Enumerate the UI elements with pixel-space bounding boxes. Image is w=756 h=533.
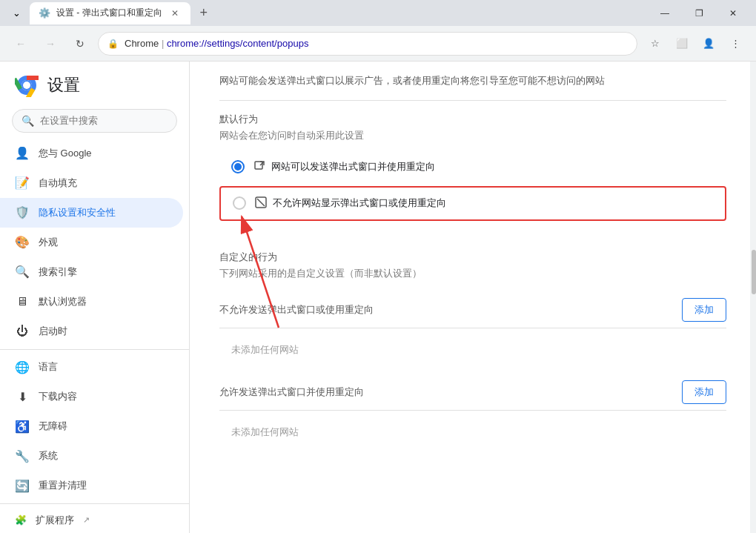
sidebar-divider <box>0 349 189 350</box>
custom-desc: 下列网站采用的是自定义设置（而非默认设置） <box>219 267 726 280</box>
nav-group-2: 🌐 语言 ⬇ 下载内容 ♿ 无障碍 🔧 系统 🔄 重置并清理 <box>0 352 189 500</box>
sidebar-divider-2 <box>0 503 189 504</box>
sidebar-item-google[interactable]: 👤 您与 Google <box>0 139 183 168</box>
url-text: Chrome | chrome://settings/content/popup… <box>125 38 308 49</box>
window-controls: — ❐ ✕ <box>648 0 750 26</box>
sidebar-item-label: 重置并清理 <box>39 479 87 492</box>
sidebar-item-extensions[interactable]: 🧩 扩展程序 ↗ <box>0 507 189 533</box>
search-nav-icon: 🔍 <box>15 265 30 279</box>
autofill-icon: 📝 <box>15 176 30 190</box>
sidebar-item-label: 启动时 <box>39 325 67 338</box>
sidebar-item-browser[interactable]: 🖥 默认浏览器 <box>0 287 183 317</box>
block-empty-message: 未添加任何网站 <box>219 334 726 362</box>
allow-subsection-header: 允许发送弹出式窗口并使用重定向 添加 <box>219 374 726 411</box>
allow-icon <box>253 160 265 174</box>
content-inner: 网站可能会发送弹出式窗口以展示广告，或者使用重定向将您引导至您可能不想访问的网站… <box>190 62 756 486</box>
tab-list-button[interactable]: ⌄ <box>6 3 27 24</box>
search-bar[interactable]: 🔍 <box>12 109 177 133</box>
allow-option[interactable]: 网站可以发送弹出式窗口并使用重定向 <box>219 151 726 183</box>
sidebar-item-appearance[interactable]: 🎨 外观 <box>0 228 183 257</box>
block-icon <box>255 196 267 211</box>
block-radio[interactable] <box>233 196 246 210</box>
chrome-logo <box>15 73 39 97</box>
downloads-icon: ⬇ <box>15 390 30 404</box>
default-section-desc: 网站会在您访问时自动采用此设置 <box>219 129 726 151</box>
block-label: 不允许网站显示弹出式窗口或使用重定向 <box>273 196 446 210</box>
chevron-down-icon: ⌄ <box>13 7 21 19</box>
sidebar-item-label: 默认浏览器 <box>39 295 87 308</box>
allow-subsection-title: 允许发送弹出式窗口并使用重定向 <box>219 385 364 399</box>
allow-add-button[interactable]: 添加 <box>682 380 726 404</box>
sidebar: 设置 🔍 👤 您与 Google 📝 自动填充 🛡️ 隐私设置和安全性 🎨 外观 <box>0 62 190 533</box>
allow-option-content: 网站可以发送弹出式窗口并使用重定向 <box>253 160 435 174</box>
tab-title: 设置 - 弹出式窗口和重定向 <box>56 7 162 19</box>
sidebar-extensions-label: 扩展程序 <box>36 514 74 527</box>
block-subsection: 不允许发送弹出式窗口或使用重定向 添加 未添加任何网站 <box>219 292 726 362</box>
sidebar-item-system[interactable]: 🔧 系统 <box>0 441 183 471</box>
bookmark-button[interactable]: ☆ <box>643 32 667 56</box>
active-tab[interactable]: ⚙️ 设置 - 弹出式窗口和重定向 ✕ <box>30 2 190 24</box>
tab-favicon: ⚙️ <box>39 7 50 19</box>
person-icon: 👤 <box>15 146 30 160</box>
sidebar-item-label: 隐私设置和安全性 <box>39 206 116 219</box>
sidebar-item-label: 语言 <box>39 360 58 374</box>
custom-label: 自定义的行为 <box>219 251 726 264</box>
sidebar-item-label: 系统 <box>39 449 58 463</box>
content-area: 网站可能会发送弹出式窗口以展示广告，或者使用重定向将您引导至您可能不想访问的网站… <box>190 62 756 533</box>
search-input[interactable] <box>40 115 168 126</box>
sidebar-item-search[interactable]: 🔍 搜索引擎 <box>0 257 183 287</box>
svg-point-3 <box>23 82 30 89</box>
back-button[interactable]: ← <box>9 32 33 56</box>
cast-icon: ⬜ <box>676 38 688 49</box>
sidebar-item-label: 您与 Google <box>39 147 92 160</box>
close-icon: ✕ <box>729 8 737 19</box>
block-option[interactable]: 不允许网站显示弹出式窗口或使用重定向 <box>219 186 726 221</box>
new-tab-button[interactable]: + <box>193 3 214 24</box>
sidebar-item-label: 搜索引擎 <box>39 265 77 279</box>
restore-button[interactable]: ❐ <box>682 0 716 26</box>
addressbar: ← → ↻ 🔒 Chrome | chrome://settings/conte… <box>0 26 756 62</box>
close-button[interactable]: ✕ <box>716 0 750 26</box>
content-scrollbar-thumb[interactable] <box>752 250 756 294</box>
startup-icon: ⏻ <box>15 325 30 338</box>
sidebar-title: 设置 <box>47 74 80 96</box>
new-tab-icon: + <box>199 5 208 21</box>
external-link-icon: ↗ <box>83 515 90 525</box>
nav-group-1: 👤 您与 Google 📝 自动填充 🛡️ 隐私设置和安全性 🎨 外观 🔍 搜索… <box>0 139 189 346</box>
allow-radio[interactable] <box>231 160 245 173</box>
minimize-icon: — <box>660 8 669 19</box>
back-icon: ← <box>16 38 26 50</box>
sidebar-item-language[interactable]: 🌐 语言 <box>0 352 183 382</box>
main-layout: 设置 🔍 👤 您与 Google 📝 自动填充 🛡️ 隐私设置和安全性 🎨 外观 <box>0 62 756 533</box>
sidebar-item-startup[interactable]: ⏻ 启动时 <box>0 317 183 346</box>
browser-icon: 🖥 <box>15 295 30 308</box>
url-bar[interactable]: 🔒 Chrome | chrome://settings/content/pop… <box>98 32 637 56</box>
default-behavior-section: 默认行为 网站会在您访问时自动采用此设置 <box>219 101 726 221</box>
block-add-button[interactable]: 添加 <box>682 298 726 322</box>
extensions-icon: 🧩 <box>15 514 27 526</box>
system-icon: 🔧 <box>15 449 30 463</box>
lock-icon: 🔒 <box>107 39 119 49</box>
sidebar-item-accessibility[interactable]: ♿ 无障碍 <box>0 411 183 441</box>
content-scrollbar[interactable] <box>750 62 756 533</box>
tab-close-button[interactable]: ✕ <box>168 7 182 20</box>
sidebar-item-autofill[interactable]: 📝 自动填充 <box>0 168 183 198</box>
reset-icon: 🔄 <box>15 479 30 493</box>
bookmark-icon: ☆ <box>651 38 660 49</box>
account-button[interactable]: 👤 <box>697 32 720 56</box>
shield-icon: 🛡️ <box>15 205 30 219</box>
custom-section: 自定义的行为 下列网站采用的是自定义设置（而非默认设置） 不允许发送弹出式窗口或… <box>219 239 726 445</box>
sidebar-item-privacy[interactable]: 🛡️ 隐私设置和安全性 <box>0 198 183 228</box>
sidebar-item-reset[interactable]: 🔄 重置并清理 <box>0 471 183 500</box>
cast-button[interactable]: ⬜ <box>670 32 694 56</box>
accessibility-icon: ♿ <box>15 420 30 434</box>
forward-button[interactable]: → <box>39 32 62 56</box>
sidebar-item-downloads[interactable]: ⬇ 下载内容 <box>0 382 183 411</box>
default-section-label: 默认行为 <box>219 101 726 129</box>
reload-button[interactable]: ↻ <box>68 32 92 56</box>
block-subsection-header: 不允许发送弹出式窗口或使用重定向 添加 <box>219 292 726 328</box>
allow-empty-message: 未添加任何网站 <box>219 417 726 445</box>
appearance-icon: 🎨 <box>15 235 30 249</box>
menu-button[interactable]: ⋮ <box>723 32 747 56</box>
minimize-button[interactable]: — <box>648 0 682 26</box>
